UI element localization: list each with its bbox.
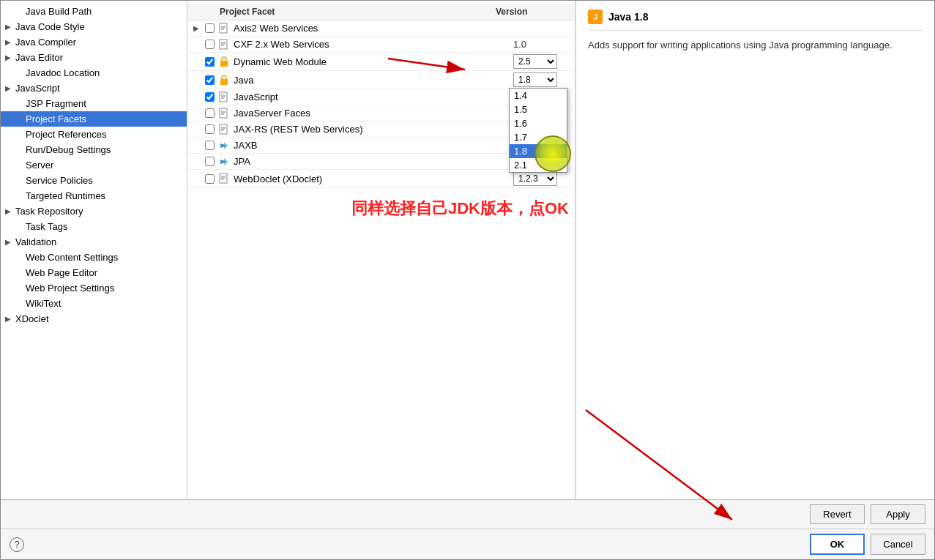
facet-type-icon bbox=[217, 92, 231, 103]
expand-arrow-icon: ▶ bbox=[5, 207, 11, 215]
svg-marker-25 bbox=[224, 158, 228, 165]
sidebar-item-label: Web Content Settings bbox=[26, 252, 118, 263]
description-text: Adds support for writing applications us… bbox=[588, 38, 923, 53]
facet-name-label: Axis2 Web Services bbox=[234, 23, 513, 34]
revert-button[interactable]: Revert bbox=[810, 504, 865, 524]
facet-name-label: WebDoclet (XDoclet) bbox=[234, 173, 513, 184]
facet-row-cxf-2.x-web-services: CXF 2.x Web Services1.0 bbox=[187, 37, 575, 53]
version-select-webdoclet-(xdoclet)[interactable]: 1.2.3 bbox=[513, 171, 557, 186]
sidebar-item-label: Web Page Editor bbox=[26, 267, 97, 278]
sidebar-item-label: Service Policies bbox=[26, 175, 93, 186]
facets-header: Project Facet Version bbox=[187, 4, 575, 20]
facet-checkbox-axis2-web-services[interactable] bbox=[205, 23, 215, 33]
sidebar-item-task-tags[interactable]: Task Tags bbox=[1, 219, 187, 234]
ok-button[interactable]: OK bbox=[810, 534, 865, 555]
sidebar-item-targeted-runtimes[interactable]: Targeted Runtimes bbox=[1, 188, 187, 204]
cancel-button[interactable]: Cancel bbox=[871, 534, 925, 555]
sidebar-item-service-policies[interactable]: Service Policies bbox=[1, 173, 187, 188]
java-icon: J bbox=[588, 10, 603, 24]
sidebar-item-java-editor[interactable]: ▶Java Editor bbox=[1, 50, 187, 65]
facet-type-icon bbox=[217, 124, 231, 135]
facet-checkbox-javaserver-faces[interactable] bbox=[205, 108, 215, 118]
expand-arrow-icon: ▶ bbox=[5, 84, 11, 92]
description-panel: J Java 1.8 Adds support for writing appl… bbox=[575, 1, 934, 499]
facet-row-java: Java1.8 bbox=[187, 71, 575, 89]
facet-checkbox-dynamic-web-module[interactable] bbox=[205, 57, 215, 67]
sidebar-item-wikitext[interactable]: WikiText bbox=[1, 296, 187, 311]
facet-version-cell: 1.0 bbox=[513, 39, 572, 50]
sidebar-item-javadoc-location[interactable]: Javadoc Location bbox=[1, 65, 187, 81]
sidebar-item-task-repository[interactable]: ▶Task Repository bbox=[1, 204, 187, 219]
facet-name-label: JavaServer Faces bbox=[234, 108, 513, 119]
sidebar-item-project-references[interactable]: Project References bbox=[1, 127, 187, 142]
facet-name-label: JAXB bbox=[234, 140, 513, 151]
svg-marker-23 bbox=[224, 142, 228, 149]
sidebar-item-java-compiler[interactable]: ▶Java Compiler bbox=[1, 34, 187, 50]
sidebar-item-label: Javadoc Location bbox=[26, 67, 100, 78]
sidebar-item-label: XDoclet bbox=[15, 313, 49, 324]
expand-arrow-icon: ▶ bbox=[5, 238, 11, 246]
sidebar-item-label: Java Build Path bbox=[26, 6, 92, 17]
facet-expand-icon[interactable]: ▶ bbox=[190, 24, 202, 32]
sidebar-item-project-facets[interactable]: Project Facets bbox=[1, 111, 187, 127]
facet-checkbox-jax-rs-(rest-web-services)[interactable] bbox=[205, 124, 215, 134]
version-select-java[interactable]: 1.8 bbox=[513, 72, 557, 87]
facet-checkbox-cxf-2.x-web-services[interactable] bbox=[205, 40, 215, 49]
sidebar-item-java-build-path[interactable]: Java Build Path bbox=[1, 4, 187, 19]
facet-version-cell: 2.5 bbox=[513, 54, 572, 69]
facet-row-dynamic-web-module: Dynamic Web Module2.5 bbox=[187, 53, 575, 71]
facet-type-icon bbox=[217, 108, 231, 119]
main-dialog: Java Build Path▶Java Code Style▶Java Com… bbox=[0, 0, 935, 560]
sidebar-item-label: JavaScript bbox=[15, 83, 60, 94]
sidebar-item-validation[interactable]: ▶Validation bbox=[1, 234, 187, 250]
sidebar-item-label: Project References bbox=[26, 129, 107, 140]
dropdown-option-1.8[interactable]: 1.8 bbox=[510, 144, 567, 158]
dialog-footer-apply: Revert Apply bbox=[1, 499, 934, 529]
facet-type-icon bbox=[217, 156, 231, 168]
facet-checkbox-java[interactable] bbox=[205, 75, 215, 85]
sidebar-item-javascript[interactable]: ▶JavaScript bbox=[1, 81, 187, 96]
main-content: Project Facet Version ▶Axis2 Web Service… bbox=[187, 1, 934, 499]
sidebar-item-label: WikiText bbox=[26, 298, 61, 309]
sidebar-item-label: Run/Debug Settings bbox=[26, 144, 111, 155]
dropdown-option-2.1[interactable]: 2.1 bbox=[510, 158, 567, 172]
svg-rect-8 bbox=[220, 61, 228, 67]
facet-name-label: Java bbox=[234, 75, 513, 86]
sidebar-item-web-page-editor[interactable]: Web Page Editor bbox=[1, 265, 187, 280]
sidebar-item-label: Task Repository bbox=[15, 206, 83, 217]
sidebar-item-web-project-settings[interactable]: Web Project Settings bbox=[1, 280, 187, 296]
expand-arrow-icon: ▶ bbox=[5, 23, 11, 31]
help-icon[interactable]: ? bbox=[10, 537, 24, 552]
svg-rect-9 bbox=[220, 79, 228, 85]
facet-checkbox-webdoclet-(xdoclet)[interactable] bbox=[205, 174, 215, 184]
sidebar-item-web-content-settings[interactable]: Web Content Settings bbox=[1, 250, 187, 265]
dropdown-option-1.7[interactable]: 1.7 bbox=[510, 130, 567, 144]
facet-checkbox-jaxb[interactable] bbox=[205, 141, 215, 150]
dropdown-option-1.5[interactable]: 1.5 bbox=[510, 102, 567, 116]
sidebar: Java Build Path▶Java Code Style▶Java Com… bbox=[1, 1, 187, 499]
sidebar-item-jsp-fragment[interactable]: JSP Fragment bbox=[1, 96, 187, 111]
java-version-dropdown[interactable]: 1.41.51.61.71.82.1 bbox=[509, 88, 567, 173]
dropdown-option-1.6[interactable]: 1.6 bbox=[510, 116, 567, 130]
dropdown-option-1.4[interactable]: 1.4 bbox=[510, 89, 567, 102]
facet-name-label: JavaScript bbox=[234, 92, 513, 102]
facet-name-label: Dynamic Web Module bbox=[234, 56, 513, 67]
expand-arrow-icon: ▶ bbox=[5, 53, 11, 61]
sidebar-item-label: Server bbox=[26, 160, 53, 171]
facet-checkbox-jpa[interactable] bbox=[205, 157, 215, 166]
dialog-footer-ok: ? OK Cancel bbox=[1, 529, 934, 559]
sidebar-item-server[interactable]: Server bbox=[1, 157, 187, 173]
facet-checkbox-javascript[interactable] bbox=[205, 92, 215, 102]
sidebar-item-label: Java Editor bbox=[15, 52, 63, 63]
facet-version-cell: 1.2.3 bbox=[513, 171, 572, 186]
apply-button[interactable]: Apply bbox=[871, 504, 925, 524]
facet-row-axis2-web-services: ▶Axis2 Web Services bbox=[187, 20, 575, 37]
facet-type-icon bbox=[217, 74, 231, 86]
sidebar-item-xdoclet[interactable]: ▶XDoclet bbox=[1, 311, 187, 326]
version-select-dynamic-web-module[interactable]: 2.5 bbox=[513, 54, 557, 69]
facet-type-icon bbox=[217, 173, 231, 184]
facet-type-icon bbox=[217, 56, 231, 67]
sidebar-item-java-code-style[interactable]: ▶Java Code Style bbox=[1, 19, 187, 34]
facet-name-label: CXF 2.x Web Services bbox=[234, 39, 513, 50]
sidebar-item-run/debug-settings[interactable]: Run/Debug Settings bbox=[1, 142, 187, 157]
